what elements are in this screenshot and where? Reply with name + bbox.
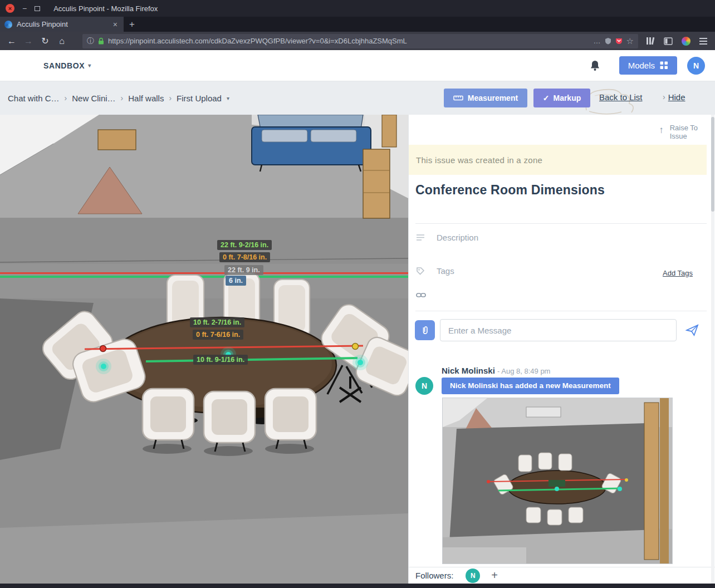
browser-tab[interactable]: Acculis Pinpoint ×	[0, 17, 124, 32]
workspace-switcher[interactable]: SANDBOX ▾	[43, 61, 91, 70]
window-minimize-button[interactable]: −	[22, 4, 27, 12]
send-message-button[interactable]	[685, 324, 699, 338]
attachments-field[interactable]	[416, 292, 426, 298]
panel-scrollbar[interactable]	[711, 115, 714, 584]
measurement-label[interactable]: 10 ft. 2-7/16 in.	[190, 317, 244, 327]
comment-header: Nick Molinski - Aug 8, 8:49 pm	[442, 366, 550, 375]
forward-icon[interactable]: →	[20, 36, 37, 46]
chevron-right-icon: ›	[169, 94, 172, 102]
page-actions-icon[interactable]: …	[594, 37, 601, 45]
tags-placeholder: Tags	[437, 266, 454, 276]
measurement-label-selected[interactable]: 6 in.	[226, 276, 246, 286]
sidebar-toggle-icon[interactable]	[664, 37, 673, 45]
3d-scene	[0, 115, 408, 584]
comment-avatar: N	[415, 377, 433, 395]
description-placeholder: Description	[437, 233, 478, 242]
measurement-thumbnail[interactable]	[442, 398, 673, 564]
raise-to-issue-button[interactable]: ↑ Raise To Issue	[659, 124, 698, 140]
issue-panel: ↑ Raise To Issue This issue was created …	[408, 115, 715, 584]
notifications-bell-icon[interactable]	[590, 60, 600, 71]
chevron-right-icon: ›	[663, 92, 665, 102]
3d-viewer[interactable]: 22 ft. 9-2/16 in. 0 ft. 7-8/16 in. 22 ft…	[0, 115, 408, 584]
tags-field[interactable]: Tags	[416, 266, 454, 276]
comment-author: Nick Molinski	[442, 366, 495, 375]
window-bottom-edge	[0, 584, 715, 588]
app-header: SANDBOX ▾ Models N	[0, 50, 715, 81]
library-icon[interactable]	[646, 37, 655, 45]
models-grid-icon	[660, 61, 668, 70]
zone-banner: This issue was created in a zone	[409, 145, 707, 175]
hide-label: Hide	[668, 92, 685, 102]
chevron-down-icon: ▾	[88, 62, 91, 68]
divider	[415, 311, 707, 311]
measurement-ruler-icon	[453, 95, 463, 101]
url-text[interactable]: https://pinpoint.acculistech.com/cdkDaZv…	[108, 37, 590, 45]
markup-check-icon: ✓	[543, 94, 550, 102]
issue-title: Conference Room Dimensions	[415, 183, 605, 198]
divider	[415, 223, 707, 224]
window-titlebar: × − Acculis Pinpoint - Mozilla Firefox	[0, 0, 715, 17]
measurement-label[interactable]: 22 ft. 9 in.	[224, 265, 263, 275]
home-icon[interactable]: ⌂	[53, 36, 70, 46]
measurement-button[interactable]: Measurement	[444, 89, 527, 107]
workspace-name: SANDBOX	[43, 61, 85, 70]
reload-icon[interactable]: ↻	[37, 36, 53, 46]
description-icon	[416, 234, 425, 241]
add-follower-button[interactable]: +	[491, 569, 498, 582]
message-input[interactable]	[440, 319, 677, 341]
markup-button-label: Markup	[553, 94, 581, 102]
url-bar[interactable]: ⓘ https://pinpoint.acculistech.com/cdkDa…	[82, 34, 638, 48]
breadcrumb-item-model[interactable]: Half walls	[128, 94, 164, 103]
models-button-label: Models	[628, 61, 655, 70]
measurement-label[interactable]: 0 ft. 7-8/16 in.	[219, 252, 270, 262]
paperclip-icon	[420, 325, 430, 335]
comment-timestamp: Aug 8, 8:49 pm	[501, 367, 550, 375]
raise-arrow-icon: ↑	[659, 125, 664, 140]
followers-bar: Followers: N +	[409, 567, 715, 584]
send-plane-icon	[685, 324, 699, 336]
add-tags-link[interactable]: Add Tags	[663, 269, 693, 277]
link-icon	[416, 292, 426, 298]
measurement-button-label: Measurement	[468, 94, 518, 102]
followers-label: Followers:	[415, 571, 453, 580]
description-field[interactable]: Description	[416, 233, 478, 242]
tab-favicon-icon	[4, 21, 12, 28]
chevron-right-icon: ›	[65, 94, 67, 102]
window-restore-button[interactable]	[35, 6, 40, 11]
window-close-button[interactable]: ×	[6, 4, 14, 13]
markup-button[interactable]: ✓ Markup	[533, 89, 590, 107]
zone-banner-text: This issue was created in a zone	[416, 155, 542, 165]
browser-navbar: ← → ↻ ⌂ ⓘ https://pinpoint.acculistech.c…	[0, 32, 715, 50]
window-title: Acculis Pinpoint - Mozilla Firefox	[53, 4, 158, 13]
chevron-down-icon: ▾	[227, 95, 229, 101]
measurement-label[interactable]: 0 ft. 7-6/16 in.	[193, 330, 243, 340]
pocket-icon[interactable]	[615, 37, 623, 45]
scrollbar-thumb[interactable]	[711, 117, 714, 212]
tracking-shield-icon[interactable]	[605, 37, 611, 45]
breadcrumb-item-version[interactable]: First Upload	[177, 94, 222, 103]
raise-to-issue-label-1: Raise To	[670, 124, 698, 132]
back-to-list-link[interactable]: Back to List	[599, 92, 643, 102]
new-tab-button[interactable]: +	[124, 17, 140, 32]
extension-colorwheel-icon[interactable]	[682, 37, 690, 46]
tab-title: Acculis Pinpoint	[17, 20, 107, 28]
models-button[interactable]: Models	[619, 56, 677, 75]
breadcrumb-item-project[interactable]: Chat with C…	[8, 94, 60, 103]
breadcrumb-bar: Chat with C… › New Clini… › Half walls ›…	[0, 81, 715, 115]
follower-avatar[interactable]: N	[466, 569, 480, 583]
measurement-label[interactable]: 10 ft. 9-1/16 in.	[193, 355, 248, 365]
hide-panel-link[interactable]: › Hide	[663, 92, 685, 102]
breadcrumb-item-folder[interactable]: New Clini…	[72, 94, 115, 103]
raise-to-issue-label-2: Issue	[670, 132, 687, 140]
chevron-right-icon: ›	[121, 94, 124, 102]
bookmark-star-icon[interactable]: ☆	[626, 36, 634, 46]
attach-button[interactable]	[415, 320, 435, 340]
measurement-added-badge: Nick Molinski has added a new Measuremen…	[442, 378, 619, 394]
user-avatar[interactable]: N	[687, 57, 705, 75]
tab-close-icon[interactable]: ×	[111, 20, 119, 29]
measurement-label[interactable]: 22 ft. 9-2/16 in.	[217, 240, 272, 250]
site-info-icon[interactable]: ⓘ	[87, 36, 94, 46]
tag-icon	[416, 267, 425, 275]
back-icon[interactable]: ←	[3, 36, 20, 46]
menu-hamburger-icon[interactable]	[699, 41, 707, 42]
